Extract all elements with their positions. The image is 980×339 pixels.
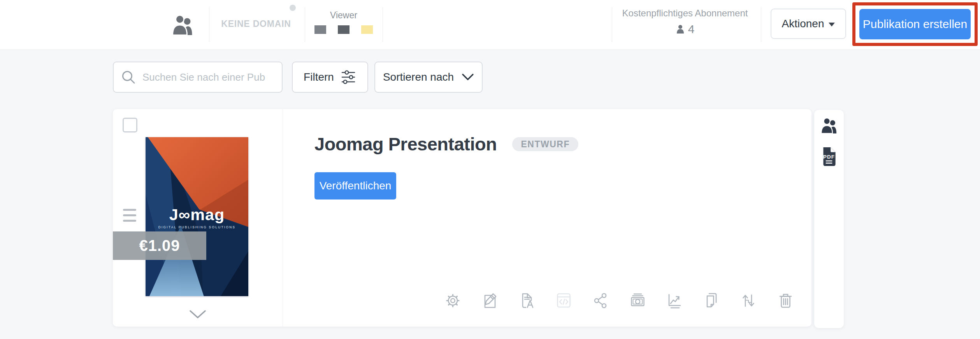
divider bbox=[612, 7, 612, 42]
divider bbox=[383, 7, 383, 42]
status-dot-icon bbox=[290, 5, 296, 11]
team-icon[interactable] bbox=[171, 15, 194, 36]
select-checkbox[interactable] bbox=[123, 118, 137, 132]
palette-swatch bbox=[314, 25, 326, 34]
subscription-count: 4 bbox=[688, 23, 695, 36]
reorder-icon[interactable] bbox=[740, 292, 757, 309]
edit-icon[interactable] bbox=[481, 292, 499, 309]
viewer-label: Viewer bbox=[330, 10, 357, 20]
search-box[interactable] bbox=[113, 62, 283, 93]
sell-money-icon[interactable] bbox=[629, 292, 646, 309]
chevron-down-icon bbox=[189, 310, 206, 319]
stats-icon[interactable] bbox=[666, 292, 683, 309]
readers-icon[interactable] bbox=[820, 118, 838, 134]
domain-label: KEINE DOMAIN bbox=[221, 19, 291, 29]
cover-tagline: DIGITAL PUBLISHING SOLUTIONS bbox=[158, 225, 236, 229]
caret-down-icon bbox=[829, 23, 835, 26]
delete-trash-icon[interactable] bbox=[777, 292, 794, 309]
top-toolbar: KEINE DOMAIN Viewer Kostenpflichtiges Ab… bbox=[0, 0, 980, 50]
text-document-icon[interactable] bbox=[518, 292, 536, 309]
palette-swatch bbox=[326, 25, 338, 34]
pdf-download-icon[interactable]: PDF bbox=[821, 147, 837, 167]
duplicate-icon[interactable] bbox=[703, 292, 720, 309]
embed-code-icon[interactable] bbox=[555, 292, 573, 309]
price-badge: €1.09 bbox=[113, 231, 206, 260]
drag-handle-icon[interactable] bbox=[123, 209, 136, 225]
sort-button[interactable]: Sortieren nach bbox=[374, 62, 483, 93]
status-badge: ENTWURF bbox=[512, 137, 578, 151]
divider bbox=[305, 7, 305, 42]
theme-palette bbox=[311, 25, 376, 34]
divider bbox=[209, 7, 209, 42]
publication-cover[interactable]: J∞mag DIGITAL PUBLISHING SOLUTIONS bbox=[146, 137, 248, 296]
publication-actions bbox=[444, 292, 794, 309]
palette-swatch bbox=[361, 25, 373, 34]
pdf-label: PDF bbox=[823, 154, 835, 160]
card-side-rail: PDF bbox=[814, 110, 844, 328]
share-icon[interactable] bbox=[592, 292, 609, 309]
create-publication-button[interactable]: Publikation erstellen bbox=[859, 9, 971, 39]
search-input[interactable] bbox=[142, 71, 275, 84]
publication-title: Joomag Presentation bbox=[314, 134, 497, 154]
annotation-highlight-box: Publikation erstellen bbox=[852, 2, 978, 46]
publication-card: J∞mag DIGITAL PUBLISHING SOLUTIONS €1.09… bbox=[113, 109, 811, 327]
publications-page: KEINE DOMAIN Viewer Kostenpflichtiges Ab… bbox=[0, 0, 980, 339]
user-icon bbox=[676, 25, 685, 34]
cover-logo: J∞mag bbox=[169, 206, 225, 224]
filter-sliders-icon bbox=[340, 69, 357, 85]
divider bbox=[761, 7, 761, 42]
filter-label: Filtern bbox=[304, 71, 334, 83]
search-icon bbox=[121, 69, 136, 85]
palette-swatch bbox=[349, 25, 361, 34]
viewer-theme[interactable]: Viewer bbox=[311, 10, 376, 34]
filters-row: Filtern Sortieren nach bbox=[0, 62, 980, 93]
settings-icon[interactable] bbox=[444, 292, 462, 309]
filter-button[interactable]: Filtern bbox=[292, 62, 368, 93]
title-row: Joomag Presentation ENTWURF bbox=[314, 134, 578, 154]
expand-chevron-button[interactable] bbox=[189, 309, 206, 320]
price-value: €1.09 bbox=[139, 237, 180, 254]
palette-swatch bbox=[338, 25, 349, 34]
subscription-label: Kostenpflichtiges Abonnement bbox=[615, 8, 755, 19]
sort-label: Sortieren nach bbox=[383, 71, 454, 83]
domain-status[interactable]: KEINE DOMAIN bbox=[214, 19, 298, 29]
actions-button[interactable]: Aktionen bbox=[771, 9, 846, 39]
chevron-down-icon bbox=[462, 73, 474, 81]
card-content: Joomag Presentation ENTWURF Veröffentlic… bbox=[283, 109, 811, 327]
subscription-status: Kostenpflichtiges Abonnement 4 bbox=[615, 8, 755, 36]
actions-label: Aktionen bbox=[782, 18, 824, 30]
publish-button[interactable]: Veröffentlichen bbox=[314, 172, 396, 200]
cover-panel: J∞mag DIGITAL PUBLISHING SOLUTIONS €1.09 bbox=[113, 109, 283, 327]
